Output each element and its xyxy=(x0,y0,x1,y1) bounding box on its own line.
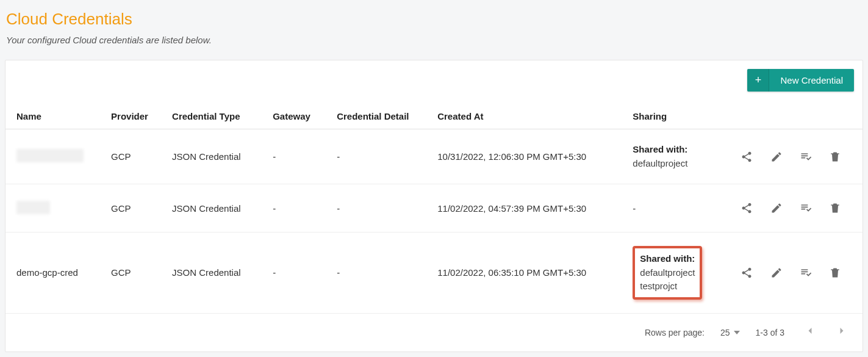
table-row: GCP JSON Credential - - 10/31/2022, 12:0… xyxy=(5,129,863,184)
th-credential-detail: Credential Detail xyxy=(326,104,426,129)
rows-per-page-value: 25 xyxy=(720,328,730,337)
rows-per-page-select[interactable]: 25 xyxy=(720,328,740,337)
trash-icon[interactable] xyxy=(825,198,845,218)
cell-gateway: - xyxy=(262,129,326,184)
sharing-item: defaultproject xyxy=(633,157,714,171)
th-sharing: Sharing xyxy=(622,104,725,129)
share-icon[interactable] xyxy=(736,198,757,218)
playlist-check-icon[interactable] xyxy=(795,198,816,218)
share-icon[interactable] xyxy=(736,262,757,283)
toolbar: + New Credential xyxy=(5,60,863,104)
plus-icon: + xyxy=(747,69,769,92)
sharing-label: Shared with: xyxy=(640,252,695,266)
page-title: Cloud Credentials xyxy=(6,10,863,29)
cell-created-at: 11/02/2022, 06:35:10 PM GMT+5:30 xyxy=(426,233,622,314)
redacted-name xyxy=(16,201,50,214)
row-actions xyxy=(725,184,863,233)
cell-name: demo-gcp-cred xyxy=(5,233,100,314)
trash-icon[interactable] xyxy=(825,146,845,167)
table-row: demo-gcp-cred GCP JSON Credential - - 11… xyxy=(5,233,863,314)
cell-name xyxy=(5,184,100,233)
prev-page-button[interactable] xyxy=(800,323,820,342)
cell-credential-detail: - xyxy=(326,129,426,184)
cell-credential-detail: - xyxy=(326,184,426,233)
next-page-button[interactable] xyxy=(832,323,852,342)
table-footer: Rows per page: 25 1-3 of 3 xyxy=(5,314,863,352)
cell-credential-type: JSON Credential xyxy=(161,233,262,314)
th-credential-type: Credential Type xyxy=(161,104,262,129)
new-credential-button[interactable]: + New Credential xyxy=(747,69,854,92)
redacted-name xyxy=(16,149,84,162)
sharing-item: testprojct xyxy=(640,279,695,294)
share-icon[interactable] xyxy=(736,146,757,167)
credentials-card: + New Credential Name Provider Credentia… xyxy=(5,60,863,352)
pencil-icon[interactable] xyxy=(766,198,787,218)
row-actions xyxy=(725,233,863,314)
cell-credential-type: JSON Credential xyxy=(161,129,262,184)
table-row: GCP JSON Credential - - 11/02/2022, 04:5… xyxy=(5,184,863,233)
cell-credential-detail: - xyxy=(326,233,426,314)
cell-sharing: - xyxy=(622,184,725,233)
range-text: 1-3 of 3 xyxy=(756,328,784,337)
cell-credential-type: JSON Credential xyxy=(161,184,262,233)
new-credential-label: New Credential xyxy=(769,69,854,92)
cell-sharing: Shared with:defaultprojecttestprojct xyxy=(622,233,725,314)
cell-sharing: Shared with:defaultproject xyxy=(622,129,725,184)
row-actions xyxy=(725,129,863,184)
highlight-box: Shared with:defaultprojecttestprojct xyxy=(633,246,702,300)
credentials-table: Name Provider Credential Type Gateway Cr… xyxy=(5,104,863,314)
credential-name: demo-gcp-cred xyxy=(16,267,78,278)
th-name: Name xyxy=(5,104,100,129)
pager xyxy=(800,323,852,342)
trash-icon[interactable] xyxy=(825,262,845,283)
th-created-at: Created At xyxy=(426,104,622,129)
th-provider: Provider xyxy=(100,104,161,129)
sharing-label: Shared with: xyxy=(633,143,714,157)
pencil-icon[interactable] xyxy=(766,262,787,283)
pencil-icon[interactable] xyxy=(766,146,787,167)
cell-created-at: 11/02/2022, 04:57:39 PM GMT+5:30 xyxy=(426,184,622,233)
th-gateway: Gateway xyxy=(262,104,326,129)
cell-name xyxy=(5,129,100,184)
sharing-item: defaultproject xyxy=(640,266,695,280)
cell-gateway: - xyxy=(262,184,326,233)
cell-created-at: 10/31/2022, 12:06:30 PM GMT+5:30 xyxy=(426,129,622,184)
rows-per-page-label: Rows per page: xyxy=(645,328,705,337)
page-subtitle: Your configured Cloud credentials are li… xyxy=(6,35,863,45)
cell-provider: GCP xyxy=(100,184,161,233)
playlist-check-icon[interactable] xyxy=(795,262,816,283)
playlist-check-icon[interactable] xyxy=(795,146,816,167)
cell-provider: GCP xyxy=(100,129,161,184)
sharing-none: - xyxy=(633,203,636,214)
cell-gateway: - xyxy=(262,233,326,314)
cell-provider: GCP xyxy=(100,233,161,314)
caret-down-icon xyxy=(734,328,740,337)
th-actions xyxy=(725,104,863,129)
